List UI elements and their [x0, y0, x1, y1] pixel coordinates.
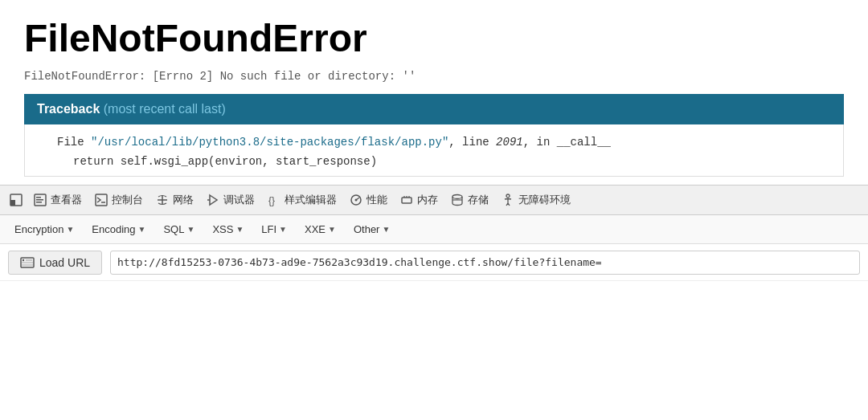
svg-point-20	[506, 194, 510, 198]
devtools-accessibility[interactable]: 无障碍环境	[495, 190, 577, 210]
encryption-chevron: ▼	[66, 225, 74, 234]
loadurl-bar: Load URL	[0, 244, 868, 281]
xss-btn[interactable]: XSS ▼	[204, 220, 252, 239]
other-label: Other	[354, 223, 380, 235]
style-editor-label: 样式编辑器	[285, 193, 337, 207]
accessibility-label: 无障碍环境	[518, 193, 571, 207]
storage-icon	[451, 194, 464, 206]
traceback-file-line: File "/usr/local/lib/python3.8/site-pack…	[57, 136, 827, 149]
devtools-panel-toggle[interactable]	[5, 190, 27, 210]
devtools-storage[interactable]: 存储	[444, 190, 495, 210]
load-url-icon	[20, 255, 35, 270]
devtools-performance[interactable]: 性能	[343, 190, 394, 210]
svg-rect-5	[36, 202, 42, 203]
style-editor-icon: {}	[268, 194, 280, 206]
devtools-network[interactable]: 网络	[149, 190, 200, 210]
sql-label: SQL	[163, 223, 184, 235]
memory-icon	[400, 194, 413, 206]
error-page: FileNotFoundError FileNotFoundError: [Er…	[0, 0, 868, 185]
devtools-style-editor[interactable]: {} 样式编辑器	[261, 190, 343, 210]
sql-chevron: ▼	[186, 225, 194, 234]
storage-label: 存储	[468, 193, 489, 207]
console-label: 控制台	[112, 193, 143, 207]
debugger-icon	[207, 194, 219, 206]
traceback-sublabel: (most recent call last)	[104, 102, 226, 116]
svg-line-13	[356, 198, 359, 200]
network-label: 网络	[173, 193, 194, 207]
svg-rect-14	[402, 198, 411, 203]
other-chevron: ▼	[382, 225, 390, 234]
xxe-label: XXE	[305, 223, 326, 235]
memory-label: 内存	[417, 193, 438, 207]
error-title: FileNotFoundError	[24, 16, 844, 60]
xss-label: XSS	[212, 223, 233, 235]
inspector-label: 查看器	[51, 193, 82, 207]
performance-icon	[350, 194, 362, 206]
svg-point-22	[23, 259, 24, 260]
traceback-header: Traceback (most recent call last)	[24, 94, 844, 124]
devtools-console[interactable]: 控制台	[88, 190, 149, 210]
xss-chevron: ▼	[235, 225, 244, 234]
encoding-label: Encoding	[92, 223, 135, 235]
other-btn[interactable]: Other ▼	[346, 220, 398, 239]
debugger-label: 调试器	[223, 193, 255, 207]
lfi-chevron: ▼	[279, 225, 287, 234]
encryption-btn[interactable]: Encryption ▼	[6, 220, 82, 239]
load-url-label: Load URL	[39, 256, 90, 269]
devtools-memory[interactable]: 内存	[394, 190, 444, 210]
svg-marker-8	[210, 195, 217, 205]
load-url-button[interactable]: Load URL	[8, 251, 102, 275]
svg-text:{}: {}	[268, 195, 275, 206]
xxe-btn[interactable]: XXE ▼	[297, 220, 344, 239]
performance-label: 性能	[366, 193, 387, 207]
traceback-code-line: return self.wsgi_app(environ, start_resp…	[73, 155, 827, 168]
traceback-label: Traceback	[37, 102, 100, 116]
network-icon	[156, 194, 169, 206]
svg-rect-1	[10, 200, 15, 206]
svg-rect-4	[36, 199, 43, 201]
devtools-debugger[interactable]: 调试器	[200, 190, 261, 210]
svg-rect-3	[36, 197, 41, 198]
toolbar: Encryption ▼ Encoding ▼ SQL ▼ XSS ▼ LFI …	[0, 215, 868, 244]
panel-icon	[10, 194, 23, 206]
encoding-chevron: ▼	[138, 225, 146, 234]
url-input[interactable]	[110, 251, 860, 275]
sql-btn[interactable]: SQL ▼	[155, 220, 203, 239]
lfi-label: LFI	[261, 223, 276, 235]
devtools-inspector[interactable]: 查看器	[27, 190, 88, 210]
encoding-btn[interactable]: Encoding ▼	[84, 220, 154, 239]
traceback-body: File "/usr/local/lib/python3.8/site-pack…	[24, 124, 844, 177]
traceback-file-path[interactable]: "/usr/local/lib/python3.8/site-packages/…	[91, 136, 448, 149]
inspector-icon	[34, 194, 47, 206]
encryption-label: Encryption	[14, 223, 63, 235]
svg-point-18	[452, 195, 462, 199]
lfi-btn[interactable]: LFI ▼	[253, 220, 295, 239]
console-icon	[95, 194, 108, 206]
xxe-chevron: ▼	[328, 225, 336, 234]
devtools-bar: 查看器 控制台 网络 调试器 {} 样式编辑器	[0, 185, 868, 215]
accessibility-icon	[502, 194, 514, 206]
error-message: FileNotFoundError: [Errno 2] No such fil…	[24, 70, 844, 83]
